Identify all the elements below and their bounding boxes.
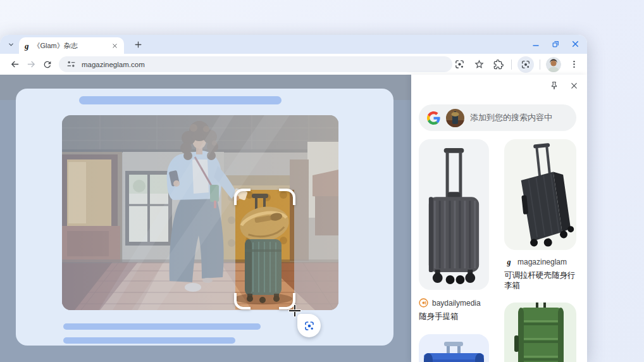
restore-window-button[interactable] bbox=[551, 39, 560, 48]
search-placeholder: 添加到您的搜索内容中 bbox=[470, 112, 552, 123]
back-button[interactable] bbox=[6, 56, 23, 73]
result-title[interactable]: 可调拉杆硬壳随身行李箱 bbox=[504, 270, 576, 291]
selection-handle-bottom-left[interactable] bbox=[234, 293, 251, 309]
close-panel-icon[interactable] bbox=[568, 80, 579, 91]
window-controls bbox=[531, 39, 579, 49]
browser-toolbar: magazineglam.com bbox=[0, 54, 587, 75]
tab-search-button[interactable] bbox=[4, 37, 18, 51]
lens-search-box[interactable]: 添加到您的搜索内容中 bbox=[419, 104, 576, 131]
address-bar[interactable]: magazineglam.com bbox=[59, 56, 452, 72]
product-card-gray-suitcase[interactable] bbox=[419, 139, 489, 290]
lens-panel-toggle-active[interactable] bbox=[517, 56, 534, 73]
result-source: baydailymedia bbox=[432, 299, 481, 308]
close-window-button[interactable] bbox=[571, 39, 579, 48]
bookmark-star-icon[interactable] bbox=[472, 58, 486, 72]
lens-selection-button[interactable] bbox=[297, 314, 321, 337]
product-card-blue-suitcase[interactable] bbox=[419, 334, 489, 362]
lens-scrim bbox=[0, 75, 411, 190]
selected-region-thumbnail bbox=[446, 109, 464, 127]
tab-strip: g 《Glam》杂志 bbox=[0, 35, 587, 54]
browser-window: g 《Glam》杂志 bbox=[0, 35, 587, 362]
extensions-icon[interactable] bbox=[492, 58, 505, 72]
lens-search-icon[interactable] bbox=[452, 58, 466, 72]
new-tab-button[interactable] bbox=[132, 38, 144, 51]
tab-title: 《Glam》杂志 bbox=[34, 41, 106, 51]
minimize-button[interactable] bbox=[531, 39, 540, 48]
lens-scrim bbox=[0, 190, 235, 309]
result-source-row[interactable]: g magazineglam bbox=[504, 257, 576, 266]
profile-avatar[interactable] bbox=[546, 57, 561, 72]
toolbar-divider bbox=[540, 59, 540, 70]
visual-matches: baydailymedia 随身手提箱 bbox=[419, 139, 576, 362]
lens-marketing-screenshot: { "browser": { "tab_title": "《Glam》杂志", … bbox=[0, 0, 644, 362]
tab-close-icon[interactable] bbox=[109, 41, 120, 51]
selection-handle-top-left[interactable] bbox=[234, 189, 251, 205]
forward-button[interactable] bbox=[23, 56, 39, 73]
active-tab[interactable]: g 《Glam》杂志 bbox=[19, 37, 124, 54]
pin-panel-icon[interactable] bbox=[548, 80, 560, 91]
result-source: magazineglam bbox=[517, 258, 567, 266]
site-info-icon[interactable] bbox=[66, 59, 76, 69]
site-favicon-g: g bbox=[25, 42, 29, 50]
reload-button[interactable] bbox=[39, 56, 56, 73]
selection-handle-top-right[interactable] bbox=[279, 189, 295, 205]
baydailymedia-favicon bbox=[419, 298, 428, 308]
panel-header bbox=[548, 80, 579, 91]
lens-scrim bbox=[294, 190, 411, 309]
lens-icon bbox=[304, 320, 315, 332]
result-source-row[interactable]: baydailymedia bbox=[419, 298, 489, 308]
google-logo bbox=[427, 111, 440, 125]
magazineglam-favicon: g bbox=[504, 257, 514, 266]
result-title[interactable]: 随身手提箱 bbox=[419, 311, 489, 321]
chevron-down-icon bbox=[8, 41, 15, 48]
menu-kebab-icon[interactable] bbox=[567, 58, 581, 72]
toolbar-right-icons bbox=[452, 56, 581, 73]
product-card-green-suitcase[interactable] bbox=[504, 303, 576, 362]
product-card-dark-suitcase[interactable] bbox=[504, 139, 576, 250]
url-text: magazineglam.com bbox=[82, 61, 145, 68]
results-column-1: baydailymedia 随身手提箱 bbox=[419, 139, 489, 362]
lens-side-panel: 添加到您的搜索内容中 bbox=[411, 75, 587, 362]
results-column-2: g magazineglam 可调拉杆硬壳随身行李箱 bbox=[504, 139, 576, 362]
webpage-viewport bbox=[0, 75, 411, 362]
plus-icon bbox=[134, 41, 142, 49]
toolbar-divider bbox=[511, 59, 512, 70]
lens-scrim bbox=[0, 309, 411, 362]
